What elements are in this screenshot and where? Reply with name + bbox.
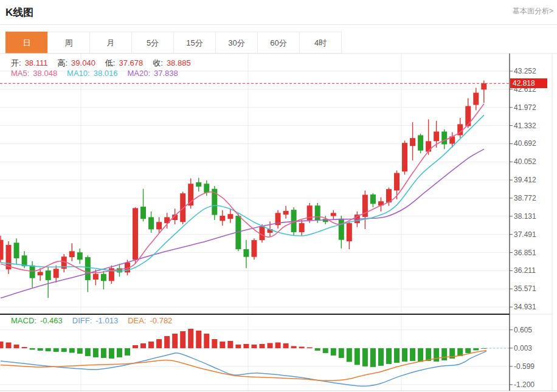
price-axis-label: 43.252 <box>514 67 536 75</box>
price-axis-label: -1.200 <box>514 380 535 389</box>
info-value: -1.013 <box>95 316 118 325</box>
price-axis-label: 37.491 <box>514 230 536 239</box>
price-axis-label: 40.052 <box>514 157 536 166</box>
price-axis-label: 0.605 <box>514 326 532 334</box>
ma-info-row: MA5:38.048MA10:38.016MA20:37.838 <box>11 69 188 78</box>
info-value: 38.111 <box>25 58 48 67</box>
info-value: -0.463 <box>40 316 63 325</box>
price-axis-label: 36.851 <box>514 249 536 257</box>
price-axis-label: 38.131 <box>514 212 536 221</box>
price-axis-label: 39.412 <box>514 176 536 184</box>
info-label: 低: <box>105 58 116 67</box>
info-value: 38.016 <box>94 69 118 78</box>
kline-page: K线图 基本面分析> 日周月5分15分30分60分4时 开:38.111高:39… <box>0 0 557 392</box>
price-axis-label: 38.772 <box>514 194 536 202</box>
macd-info-row: MACD:-0.463DIFF:-1.013DEA:-0.782 <box>11 316 182 325</box>
info-label: MA5: <box>11 69 29 78</box>
info-value: 38.048 <box>33 69 57 78</box>
price-axis-label: 40.692 <box>514 139 536 148</box>
info-label: DIFF: <box>72 316 92 325</box>
price-axis-label: 34.931 <box>514 303 536 311</box>
price-axis-label: 41.332 <box>514 122 536 130</box>
price-axis-label: 41.972 <box>514 103 536 112</box>
ohlc-info-row: 开:38.111高:39.040低:37.678收:38.885 <box>11 58 201 69</box>
current-price-tag: 42.818 <box>510 78 547 88</box>
info-label: MA10: <box>67 69 90 78</box>
info-label: 开: <box>11 58 21 67</box>
price-axis-label: 36.211 <box>514 266 536 275</box>
info-value: 39.040 <box>71 58 95 67</box>
info-value: 38.885 <box>167 58 191 67</box>
info-label: DEA: <box>128 316 146 325</box>
price-axis-label: 0.003 <box>514 344 532 352</box>
info-label: MA20: <box>127 69 150 78</box>
info-label: 收: <box>153 58 163 67</box>
info-value: -0.782 <box>150 316 172 325</box>
info-value: 37.838 <box>154 69 178 78</box>
info-label: 高: <box>57 58 67 67</box>
price-axis-label: 35.571 <box>514 284 536 293</box>
info-value: 37.678 <box>119 58 143 67</box>
price-axis-label: -0.599 <box>514 362 535 371</box>
info-label: MACD: <box>11 316 36 325</box>
